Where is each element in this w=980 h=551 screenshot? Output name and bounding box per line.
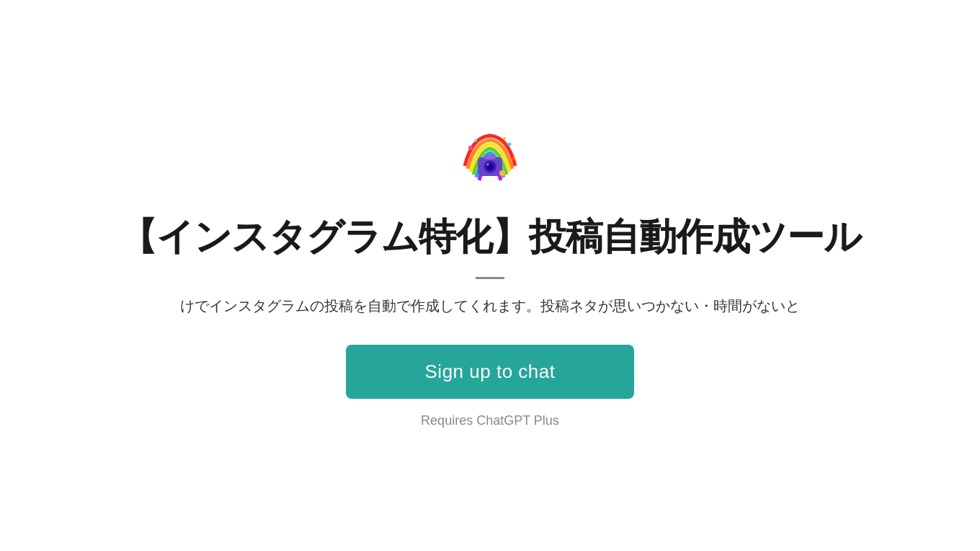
logo-container bbox=[458, 123, 522, 190]
svg-point-9 bbox=[503, 137, 506, 140]
svg-point-5 bbox=[487, 164, 489, 166]
svg-rect-6 bbox=[484, 154, 496, 159]
description-text: けでインスタグラムの投稿を自動で作成してくれます。投稿ネタが思いつかない・時間が… bbox=[180, 296, 800, 316]
svg-point-7 bbox=[468, 146, 473, 150]
svg-point-11 bbox=[512, 157, 515, 160]
title-divider bbox=[476, 277, 504, 279]
requires-text: Requires ChatGPT Plus bbox=[421, 413, 559, 428]
page-title: 【インスタグラム特化】投稿自動作成ツール bbox=[120, 212, 861, 263]
app-logo bbox=[458, 123, 522, 188]
svg-point-12 bbox=[499, 170, 505, 176]
svg-point-8 bbox=[508, 143, 512, 146]
svg-point-10 bbox=[474, 139, 477, 142]
main-container: 【インスタグラム特化】投稿自動作成ツール けでインスタグラムの投稿を自動で作成し… bbox=[0, 94, 980, 457]
signup-button[interactable]: Sign up to chat bbox=[346, 345, 634, 399]
